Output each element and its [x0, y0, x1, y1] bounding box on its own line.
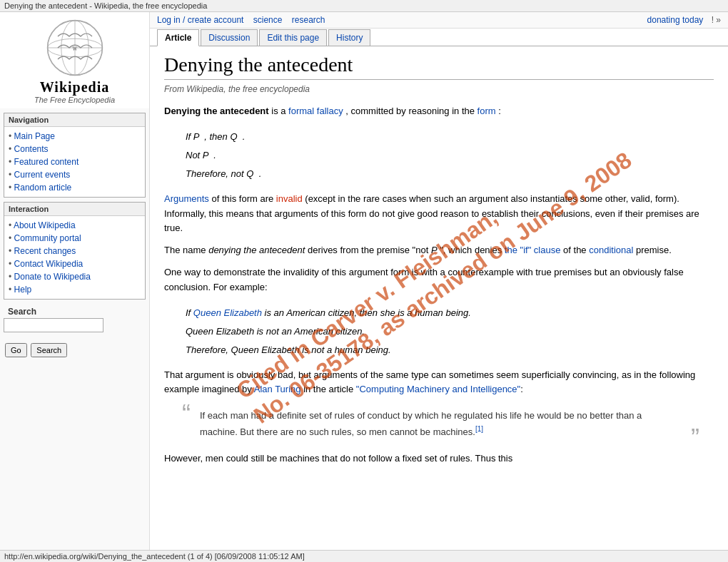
intro-text: is a — [271, 106, 288, 116]
wikipedia-title: Wikipedia — [7, 79, 142, 96]
int-item-contact[interactable]: Contact Wikipedia — [9, 257, 141, 270]
status-text: http://en.wikipedia.org/wiki/Denying_the… — [4, 552, 305, 554]
title-bar: Denying the antecedent - Wikipedia, the … — [0, 0, 728, 12]
interaction-title: Interaction — [4, 203, 145, 216]
article-body: Denying the antecedent is a formal falla… — [164, 104, 714, 466]
blockquote: “ If each man had a definite set of rule… — [186, 404, 692, 444]
status-bar: http://en.wikipedia.org/wiki/Denying_the… — [0, 550, 728, 554]
conditional-link[interactable]: conditional — [589, 245, 633, 255]
intro-text2: , committed by reasoning in the — [345, 106, 477, 116]
int-link-about[interactable]: About Wikipedia — [14, 220, 76, 230]
int-item-about[interactable]: About Wikipedia — [9, 219, 141, 232]
example-line-2: Queen Elizabeth is not an American citiz… — [186, 322, 714, 341]
nav-link-contents[interactable]: Contents — [14, 144, 49, 154]
tab-article[interactable]: Article — [157, 29, 199, 46]
nav-item-current-events[interactable]: Current events — [9, 168, 141, 181]
footnote-1[interactable]: [1] — [475, 425, 483, 433]
from-wikipedia: From Wikipedia, the free encyclopedia — [164, 84, 714, 94]
article-content: Cited in Carver v. Fleishman, No. 06-351… — [150, 46, 728, 488]
top-links-left: Log in / create account science research — [157, 15, 332, 25]
search-label: Search — [4, 304, 146, 318]
sidebar: W Wikipedia The Free Encyclopedia Naviga… — [0, 12, 150, 554]
counterexample-paragraph: One way to demonstrate the invalidity of… — [164, 265, 714, 295]
science-link[interactable]: science — [253, 15, 283, 25]
blockquote-text: If each man had a definite set of rules … — [200, 410, 642, 437]
alan-turing-link[interactable]: Alan Turing — [254, 384, 301, 394]
conclusion-paragraph: However, men could still be machines tha… — [164, 451, 714, 466]
intro-paragraph: Denying the antecedent is a formal falla… — [164, 104, 714, 119]
navigation-title: Navigation — [4, 113, 145, 127]
research-link[interactable]: research — [292, 15, 325, 25]
intro-colon: : — [498, 106, 501, 116]
int-item-help[interactable]: Help — [9, 283, 141, 296]
queen-elizabeth-link[interactable]: Queen Elizabeth — [193, 307, 262, 318]
name-origin-paragraph: The name denying the antecedent derives … — [164, 243, 714, 258]
navigation-list: Main Page Contents Featured content Curr… — [4, 127, 145, 197]
nav-item-contents[interactable]: Contents — [9, 143, 141, 155]
form-link[interactable]: form — [477, 106, 496, 116]
donating-link[interactable]: donating today — [647, 15, 704, 25]
invalid-link[interactable]: invalid — [276, 193, 303, 204]
int-item-recent[interactable]: Recent changes — [9, 245, 141, 257]
if-clause-link[interactable]: "if" clause — [520, 245, 561, 255]
wikipedia-globe-icon: W — [46, 19, 103, 76]
validity-paragraph: Arguments of this form are invalid (exce… — [164, 192, 714, 236]
page-tabs: Article Discussion Edit this page Histor… — [150, 29, 728, 46]
top-links-right: donating today ! » — [640, 15, 721, 25]
search-input[interactable] — [4, 318, 103, 332]
logo-area: W Wikipedia The Free Encyclopedia — [0, 12, 149, 108]
logic-line-2: Not P . — [186, 146, 714, 165]
top-bar: Log in / create account science research… — [150, 12, 728, 29]
tab-edit[interactable]: Edit this page — [259, 29, 327, 46]
open-quote-icon: “ — [182, 402, 191, 427]
logic-block: If P , then Q . Not P . Therefore, not Q… — [186, 128, 714, 183]
nav-link-main-page[interactable]: Main Page — [14, 131, 55, 141]
int-link-community[interactable]: Community portal — [14, 233, 81, 243]
int-link-donate[interactable]: Donate to Wikipedia — [14, 272, 91, 282]
int-link-recent[interactable]: Recent changes — [14, 246, 76, 256]
interaction-section: Interaction About Wikipedia Community po… — [4, 202, 146, 300]
nav-item-featured[interactable]: Featured content — [9, 155, 141, 168]
search-section: Search — [4, 304, 146, 357]
int-link-help[interactable]: Help — [14, 285, 32, 295]
logic-line-1: If P , then Q . — [186, 128, 714, 146]
page-title-text: Denying the antecedent - Wikipedia, the … — [4, 1, 207, 10]
login-link[interactable]: Log in / create account — [157, 15, 243, 25]
logic-line-3: Therefore, not Q . — [186, 165, 714, 183]
interaction-list: About Wikipedia Community portal Recent … — [4, 216, 145, 299]
search-go-button[interactable] — [5, 343, 27, 357]
computing-link[interactable]: "Computing Machinery and Intelligence" — [356, 384, 520, 394]
close-quote-icon: ” — [691, 426, 699, 451]
nav-link-current-events[interactable]: Current events — [14, 170, 71, 180]
tab-discussion[interactable]: Discussion — [201, 29, 258, 46]
denying-italic: denying the antecedent — [208, 245, 305, 255]
formal-fallacy-link[interactable]: formal fallacy — [288, 106, 343, 116]
nav-item-random[interactable]: Random article — [9, 181, 141, 194]
nav-item-main-page[interactable]: Main Page — [9, 130, 141, 143]
article-title-bold: Denying the antecedent — [164, 106, 269, 116]
convincing-paragraph: That argument is obviously bad, but argu… — [164, 368, 714, 398]
navigation-section: Navigation Main Page Contents Featured c… — [4, 113, 146, 198]
svg-text:W: W — [72, 46, 77, 52]
arguments-link[interactable]: Arguments — [164, 193, 209, 204]
top-right-symbol: ! » — [712, 15, 721, 25]
article-title: Denying the antecedent — [164, 53, 714, 80]
int-item-community[interactable]: Community portal — [9, 232, 141, 245]
nav-link-random[interactable]: Random article — [14, 183, 72, 193]
content-area: Log in / create account science research… — [150, 12, 728, 554]
tab-history[interactable]: History — [328, 29, 370, 46]
int-item-donate[interactable]: Donate to Wikipedia — [9, 270, 141, 283]
example-line-3: Therefore, Queen Elizabeth is not a huma… — [186, 341, 714, 359]
main-wrapper: W Wikipedia The Free Encyclopedia Naviga… — [0, 12, 728, 554]
example-block: If Queen Elizabeth is an American citize… — [186, 304, 714, 359]
wikipedia-subtitle: The Free Encyclopedia — [7, 96, 142, 104]
the-link[interactable]: the — [505, 245, 517, 255]
search-submit-button[interactable] — [31, 343, 67, 357]
nav-link-featured[interactable]: Featured content — [14, 157, 79, 167]
int-link-contact[interactable]: Contact Wikipedia — [14, 259, 84, 269]
example-line-1: If Queen Elizabeth is an American citize… — [186, 304, 714, 322]
